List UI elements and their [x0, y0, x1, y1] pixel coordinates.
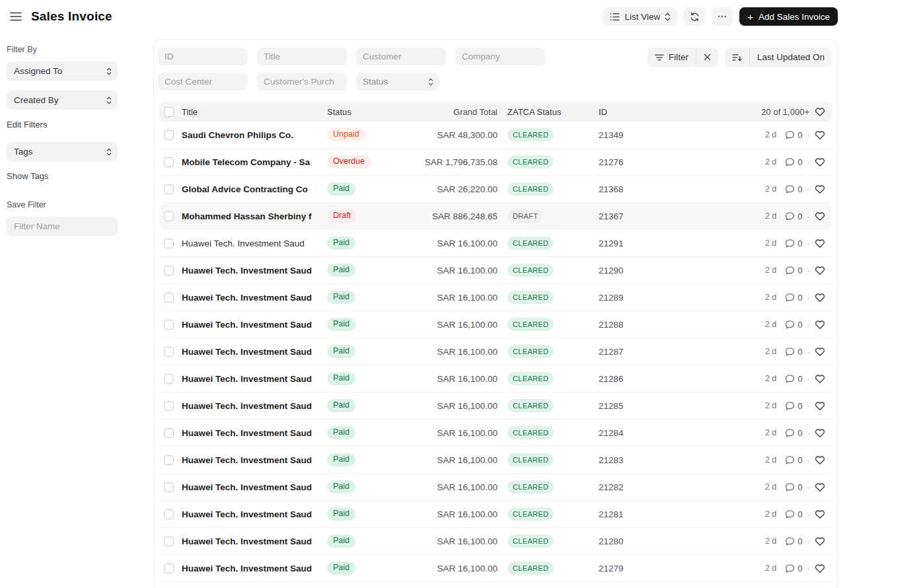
- row-comments[interactable]: 0: [785, 266, 802, 276]
- column-title[interactable]: Title: [182, 107, 327, 117]
- favorite-heart-icon[interactable]: [815, 266, 825, 276]
- row-title[interactable]: Huawei Tech. Investment Saud: [182, 401, 327, 411]
- add-sales-invoice-button[interactable]: + Add Sales Invoice: [739, 7, 838, 26]
- row-checkbox[interactable]: [164, 130, 174, 140]
- row-title[interactable]: Huawei Tech. Investment Saud: [182, 347, 327, 357]
- row-comments[interactable]: 0: [785, 211, 802, 221]
- favorite-heart-icon[interactable]: [815, 564, 825, 573]
- favorite-heart-icon[interactable]: [815, 509, 825, 519]
- table-row[interactable]: Huawei Tech. Investment SaudPaidSAR 16,1…: [159, 555, 832, 582]
- favorite-heart-icon[interactable]: [815, 374, 825, 384]
- favorite-heart-icon[interactable]: [815, 130, 825, 140]
- edit-filters-link[interactable]: Edit Filters: [7, 120, 47, 129]
- sort-direction-button[interactable]: [725, 48, 749, 67]
- row-checkbox[interactable]: [164, 374, 174, 384]
- row-checkbox[interactable]: [164, 266, 174, 276]
- row-comments[interactable]: 0: [785, 536, 802, 546]
- table-row[interactable]: Huawei Tech. Investment SaudPaidSAR 16,1…: [159, 284, 832, 311]
- favorite-heart-icon[interactable]: [815, 320, 825, 330]
- row-title[interactable]: Huawei Tech. Investment Saud: [182, 455, 327, 465]
- table-row[interactable]: Huawei Tech. Investment SaudPaidSAR 16,1…: [159, 528, 832, 555]
- column-status[interactable]: Status: [327, 107, 406, 117]
- table-row[interactable]: Mohammed Hassan Sherbiny fDraftSAR 886,2…: [159, 203, 832, 230]
- table-row[interactable]: Huawei Tech. Investment SaudPaidSAR 16,1…: [159, 501, 832, 528]
- filter-name-input[interactable]: [7, 217, 118, 236]
- row-title[interactable]: Mohammed Hassan Sherbiny f: [182, 211, 327, 221]
- row-comments[interactable]: 0: [785, 184, 802, 194]
- row-comments[interactable]: 0: [785, 239, 802, 248]
- row-checkbox[interactable]: [164, 347, 174, 357]
- row-checkbox[interactable]: [164, 211, 174, 221]
- assigned-to-select[interactable]: Assigned To: [7, 61, 118, 81]
- row-title[interactable]: Saudi Chevron Philips Co.: [182, 130, 327, 140]
- row-comments[interactable]: 0: [785, 130, 802, 140]
- row-comments[interactable]: 0: [785, 482, 802, 492]
- row-title[interactable]: Huawei Tech. Investment Saud: [182, 428, 327, 438]
- favorite-filter-icon[interactable]: [815, 107, 825, 117]
- row-title[interactable]: Huawei Tech. Investment Saud: [182, 293, 327, 303]
- row-comments[interactable]: 0: [785, 455, 802, 465]
- favorite-heart-icon[interactable]: [815, 428, 825, 438]
- table-row[interactable]: Huawei Tech. Investment SaudPaidSAR 16,1…: [159, 392, 832, 420]
- row-comments[interactable]: 0: [785, 347, 802, 357]
- row-title[interactable]: Mobile Telecom Company - Sa: [182, 157, 327, 167]
- favorite-heart-icon[interactable]: [815, 401, 825, 411]
- row-checkbox[interactable]: [164, 157, 174, 167]
- filter-button[interactable]: Filter: [647, 48, 696, 67]
- row-title[interactable]: Huawei Tech. Investment Saud: [182, 482, 327, 492]
- sort-field-button[interactable]: Last Updated On: [749, 48, 832, 67]
- row-checkbox[interactable]: [164, 509, 174, 519]
- table-row[interactable]: Huawei Tech. Investment SaudPaidSAR 16,1…: [159, 420, 832, 447]
- column-zatca-status[interactable]: ZATCA Status: [498, 107, 599, 117]
- row-comments[interactable]: 0: [785, 509, 802, 519]
- row-title[interactable]: Huawei Tech. Investment Saud: [182, 509, 327, 519]
- row-checkbox[interactable]: [164, 184, 174, 194]
- table-row[interactable]: Saudi Chevron Philips Co.UnpaidSAR 48,30…: [159, 122, 832, 149]
- column-id[interactable]: ID: [599, 107, 713, 117]
- favorite-heart-icon[interactable]: [815, 239, 825, 248]
- column-grand-total[interactable]: Grand Total: [406, 107, 498, 117]
- favorite-heart-icon[interactable]: [815, 293, 825, 303]
- select-all-checkbox[interactable]: [164, 107, 174, 117]
- row-comments[interactable]: 0: [785, 293, 802, 303]
- customer-filter-input[interactable]: [356, 48, 446, 65]
- customers-purchase-filter-input[interactable]: [257, 73, 347, 91]
- row-title[interactable]: Huawei Tech. Investment Saud: [182, 266, 327, 276]
- row-title[interactable]: Huawei Tech. Investment Saud: [182, 239, 327, 248]
- table-row[interactable]: Huawei Tech. Investment SaudPaidSAR 16,1…: [159, 257, 832, 284]
- clear-filter-button[interactable]: [696, 48, 718, 67]
- row-checkbox[interactable]: [164, 536, 174, 546]
- favorite-heart-icon[interactable]: [815, 184, 825, 194]
- cost-center-filter-input[interactable]: [158, 73, 248, 91]
- row-comments[interactable]: 0: [785, 401, 802, 411]
- row-checkbox[interactable]: [164, 239, 174, 248]
- row-checkbox[interactable]: [164, 320, 174, 330]
- row-checkbox[interactable]: [164, 401, 174, 411]
- row-checkbox[interactable]: [164, 564, 174, 573]
- table-row[interactable]: Huawei Tech. Investment SaudPaidSAR 16,1…: [159, 474, 832, 501]
- table-row[interactable]: Huawei Tech. Investment SaudPaidSAR 16,1…: [159, 338, 832, 365]
- favorite-heart-icon[interactable]: [815, 347, 825, 357]
- tags-select[interactable]: Tags: [7, 142, 118, 161]
- view-switcher-button[interactable]: List View: [603, 7, 677, 26]
- favorite-heart-icon[interactable]: [815, 455, 825, 465]
- row-checkbox[interactable]: [164, 428, 174, 438]
- favorite-heart-icon[interactable]: [815, 211, 825, 221]
- row-checkbox[interactable]: [164, 293, 174, 303]
- refresh-button[interactable]: [684, 7, 705, 26]
- show-tags-link[interactable]: Show Tags: [7, 171, 48, 181]
- more-options-button[interactable]: [712, 7, 733, 26]
- row-title[interactable]: Huawei Tech. Investment Saud: [182, 564, 327, 573]
- table-row[interactable]: Global Advice Contracting CoPaidSAR 26,2…: [159, 176, 832, 203]
- status-filter-select[interactable]: Status: [356, 73, 439, 91]
- created-by-select[interactable]: Created By: [7, 91, 118, 110]
- row-title[interactable]: Global Advice Contracting Co: [182, 184, 327, 194]
- favorite-heart-icon[interactable]: [815, 536, 825, 546]
- row-comments[interactable]: 0: [785, 157, 802, 167]
- row-title[interactable]: Huawei Tech. Investment Saud: [182, 320, 327, 330]
- row-title[interactable]: Huawei Tech. Investment Saud: [182, 374, 327, 384]
- table-row[interactable]: Huawei Tech. Investment SaudPaidSAR 16,1…: [159, 447, 832, 474]
- row-title[interactable]: Huawei Tech. Investment Saud: [182, 536, 327, 546]
- row-comments[interactable]: 0: [785, 374, 802, 384]
- table-row[interactable]: Huawei Tech. Investment SaudPaidSAR 16,1…: [159, 230, 832, 257]
